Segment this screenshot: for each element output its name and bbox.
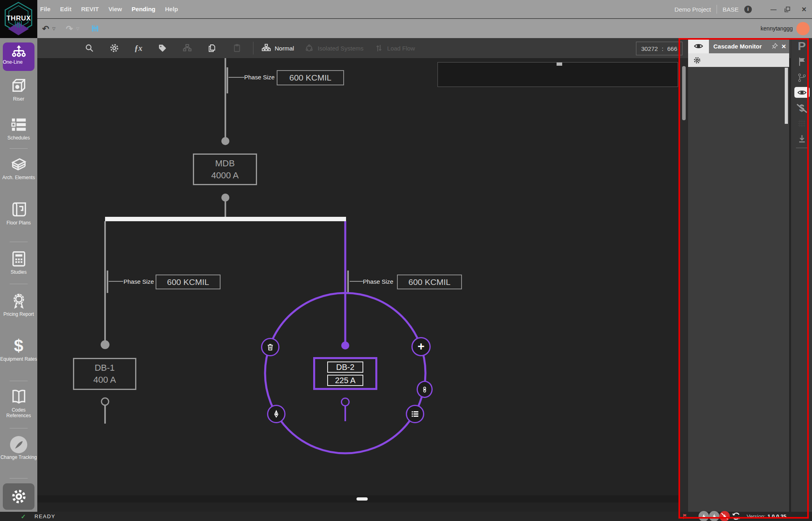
ready-status: READY (34, 513, 55, 519)
eye-icon (694, 41, 703, 51)
flag-tool[interactable] (791, 56, 812, 68)
phase-size-value[interactable]: 600 KCMIL (156, 275, 221, 289)
coordinate-box[interactable]: 30272 : 666 (636, 42, 682, 55)
menu-revit[interactable]: REVIT (81, 6, 99, 12)
search-icon[interactable] (85, 43, 94, 53)
minimap-panel[interactable] (437, 62, 678, 87)
menu-file[interactable]: File (40, 6, 51, 12)
save-icon[interactable] (91, 24, 99, 33)
tool-strip-divider (796, 147, 808, 148)
sidebar-item-floor-plans[interactable]: Floor Plans (0, 200, 37, 226)
sidebar-item-equipment-rates[interactable]: $ Equipment Rates (0, 337, 37, 362)
visibility-toggle[interactable] (688, 39, 709, 53)
menu-pending[interactable]: Pending (132, 6, 155, 12)
hierarchy-icon[interactable] (182, 43, 192, 53)
power-status-icon-1[interactable] (699, 511, 709, 521)
redo-dropdown-icon[interactable]: ▽ (76, 26, 79, 31)
sync-icon[interactable] (731, 511, 741, 521)
coordinate-separator: : (662, 45, 663, 52)
panel-scrollbar-thumb[interactable] (785, 68, 788, 124)
quick-access-bar: ↶ ▽ ↷ ▽ kennytanggg (0, 19, 812, 38)
sidebar-item-studies[interactable]: Studies (0, 250, 37, 275)
one-line-canvas[interactable]: Phase Size 600 KCMIL MDB 4000 A Phase Si… (37, 58, 679, 512)
add-button[interactable]: + (411, 337, 431, 356)
parameters-tool[interactable]: P (791, 39, 812, 53)
panel-close-button[interactable]: × (782, 42, 786, 50)
mode-isolated-systems[interactable]: Isolated Systems (304, 43, 363, 53)
user-avatar[interactable] (796, 22, 810, 35)
node-mdb[interactable]: MDB 4000 A (193, 153, 257, 185)
grid-tool[interactable] (791, 117, 812, 129)
gear-icon[interactable] (109, 43, 119, 53)
node-db1[interactable]: DB-1 400 A (73, 358, 136, 390)
branch-tool[interactable] (791, 72, 812, 84)
sidebar-item-pricing-report[interactable]: $ Pricing Report (0, 292, 37, 317)
mode-load-flow-label: Load Flow (387, 45, 415, 52)
grid-icon (797, 118, 807, 128)
mode-normal[interactable]: Normal (261, 43, 294, 53)
node-name-field[interactable]: DB-2 (327, 361, 363, 373)
one-line-tree-icon (261, 43, 271, 53)
cost-toggle-tool[interactable]: $ (791, 102, 812, 114)
h-scrollbar-thumb[interactable] (356, 497, 368, 501)
settings-button[interactable] (3, 483, 34, 510)
sidebar-item-codes-references[interactable]: Codes References (0, 388, 37, 418)
phase-size-label: Phase Size (244, 74, 275, 81)
delete-button[interactable] (261, 338, 279, 356)
sidebar-item-riser[interactable]: Riser (0, 77, 37, 102)
info-icon[interactable]: i (744, 6, 752, 13)
sidebar-label: Arch. Elements (0, 175, 37, 180)
username-label[interactable]: kennytanggg (761, 25, 793, 32)
redo-icon[interactable]: ↷ (66, 24, 73, 33)
sidebar-item-arch-elements[interactable]: Arch. Elements (0, 155, 37, 180)
properties-button[interactable] (406, 405, 424, 423)
power-status-icon-2[interactable] (709, 511, 719, 521)
sidebar-label: Studies (0, 269, 37, 275)
menu-help[interactable]: Help (165, 6, 178, 12)
tag-icon[interactable] (158, 43, 167, 53)
undo-icon[interactable]: ↶ (42, 24, 49, 33)
pen-icon (272, 410, 281, 418)
undo-dropdown-icon[interactable]: ▽ (53, 26, 56, 31)
node-db2-selected[interactable]: DB-2 225 A (313, 357, 377, 390)
menu-edit[interactable]: Edit (60, 6, 71, 12)
layers-icon (10, 155, 28, 174)
minimap-handle[interactable] (557, 63, 562, 66)
link-button[interactable] (417, 381, 433, 398)
panel-tab[interactable]: Cascade Monitor × (709, 39, 789, 53)
visibility-tool-active[interactable] (794, 87, 810, 98)
flag-status-icon[interactable] (682, 513, 688, 520)
sidebar-item-schedules[interactable]: Schedules (0, 115, 37, 141)
edit-button[interactable] (267, 405, 286, 423)
coordinate-x: 30272 (641, 45, 658, 52)
paste-icon[interactable] (232, 43, 242, 53)
power-error-icon[interactable] (719, 511, 730, 521)
sidebar-label: Schedules (0, 135, 37, 141)
canvas-h-scrollbar[interactable] (37, 495, 679, 503)
node-rating-field[interactable]: 225 A (327, 375, 363, 386)
v-scrollbar-thumb[interactable] (682, 66, 686, 120)
gear-icon (693, 57, 701, 64)
calculator-icon (10, 250, 28, 268)
close-button[interactable]: × (799, 5, 809, 14)
restore-icon[interactable] (784, 6, 794, 13)
link-icon (421, 386, 428, 393)
sidebar-item-change-tracking[interactable]: Change Tracking (0, 436, 37, 460)
sidebar-item-one-line[interactable]: One-Line (3, 42, 34, 71)
pin-icon[interactable] (771, 42, 778, 50)
mode-load-flow[interactable]: Load Flow (374, 43, 415, 53)
sidebar-label: Codes References (0, 407, 37, 418)
panel-title: Cascade Monitor (713, 43, 768, 50)
canvas-v-scrollbar[interactable] (680, 58, 688, 512)
download-tool[interactable] (791, 133, 812, 145)
schedules-icon (10, 115, 28, 134)
panel-settings-row[interactable] (688, 53, 789, 67)
phase-size-value[interactable]: 600 KCMIL (397, 275, 462, 289)
phase-size-value[interactable]: 600 KCMIL (277, 70, 344, 85)
award-icon: $ (10, 292, 28, 310)
dollar-slash-icon: $ (797, 103, 807, 113)
minimize-button[interactable]: — (769, 6, 778, 13)
function-icon[interactable]: ƒx (134, 44, 142, 53)
copy-icon[interactable] (207, 43, 217, 53)
menu-view[interactable]: View (108, 6, 122, 12)
